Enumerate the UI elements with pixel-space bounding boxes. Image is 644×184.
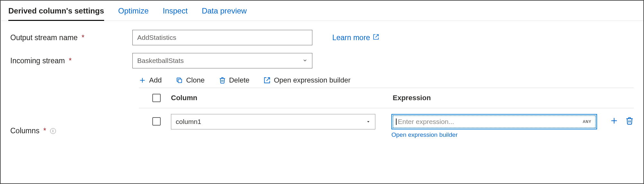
columns-table: Column Expression column1 Enter expressi…: [139, 88, 634, 138]
add-button[interactable]: Add: [139, 76, 162, 84]
expression-input[interactable]: Enter expression... ANY: [391, 114, 597, 129]
output-stream-input[interactable]: [132, 30, 312, 45]
open-expression-builder-link[interactable]: Open expression builder: [391, 131, 597, 138]
type-badge: ANY: [581, 119, 593, 125]
copy-icon: [176, 77, 183, 84]
required-asterisk: *: [43, 127, 46, 135]
open-expression-builder-button[interactable]: Open expression builder: [264, 76, 350, 84]
table-row: column1 Enter expression... ANY Open exp…: [139, 108, 634, 138]
incoming-stream-label: Incoming stream*: [10, 57, 132, 65]
svg-rect-2: [178, 79, 182, 83]
chevron-down-icon: [302, 57, 308, 65]
tab-settings[interactable]: Derived column's settings: [8, 6, 104, 21]
info-icon[interactable]: i: [50, 128, 56, 134]
trash-icon: [219, 77, 226, 84]
caret-down-icon: [366, 118, 371, 126]
external-link-icon: [264, 77, 271, 84]
columns-label: Columns* i: [10, 127, 132, 135]
delete-button[interactable]: Delete: [219, 76, 250, 84]
clone-button[interactable]: Clone: [176, 76, 204, 84]
incoming-stream-value: BasketballStats: [137, 57, 184, 65]
incoming-stream-select[interactable]: BasketballStats: [132, 53, 312, 68]
learn-more-link[interactable]: Learn more: [332, 33, 379, 42]
delete-row-button[interactable]: [625, 117, 634, 127]
required-asterisk: *: [69, 57, 72, 65]
required-asterisk: *: [82, 33, 85, 42]
expression-placeholder: Enter expression...: [396, 118, 454, 126]
external-link-icon: [373, 33, 379, 42]
output-stream-label: Output stream name*: [10, 33, 132, 42]
plus-icon: [139, 77, 146, 84]
header-expression: Expression: [393, 94, 431, 102]
column-name-value: column1: [176, 118, 201, 126]
header-column: Column: [171, 94, 393, 102]
columns-toolbar: Add Clone Delete Open expression builder: [139, 76, 634, 84]
tab-inspect[interactable]: Inspect: [163, 6, 187, 21]
select-all-checkbox[interactable]: [152, 94, 161, 102]
tab-data-preview[interactable]: Data preview: [202, 6, 247, 21]
row-checkbox[interactable]: [152, 117, 161, 126]
tab-optimize[interactable]: Optimize: [118, 6, 149, 21]
tabs-bar: Derived column's settings Optimize Inspe…: [1, 1, 643, 21]
columns-header-row: Column Expression: [139, 88, 634, 108]
column-name-input[interactable]: column1: [171, 114, 375, 129]
add-row-button[interactable]: [610, 117, 618, 127]
svg-marker-3: [367, 121, 370, 122]
